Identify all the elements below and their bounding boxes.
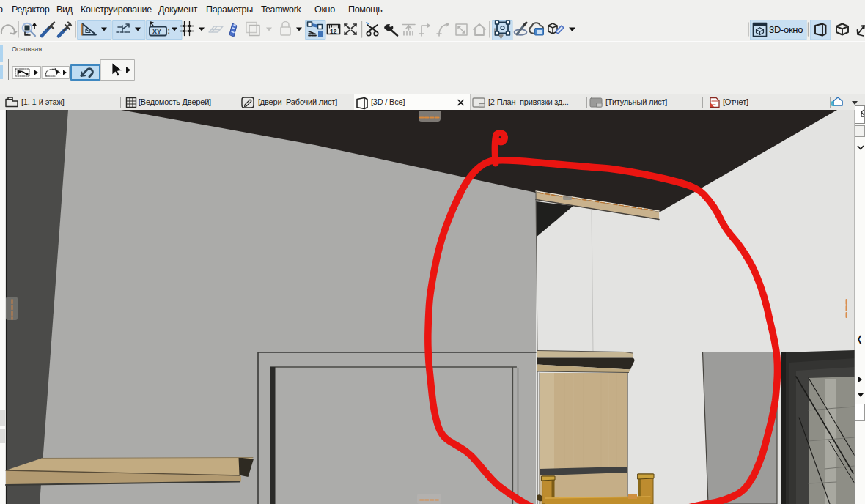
svg-text::: : [168, 27, 170, 35]
svg-text:12: 12 [330, 28, 337, 35]
svg-text:3D-окно: 3D-окно [769, 24, 803, 35]
svg-text:XY: XY [152, 28, 161, 35]
